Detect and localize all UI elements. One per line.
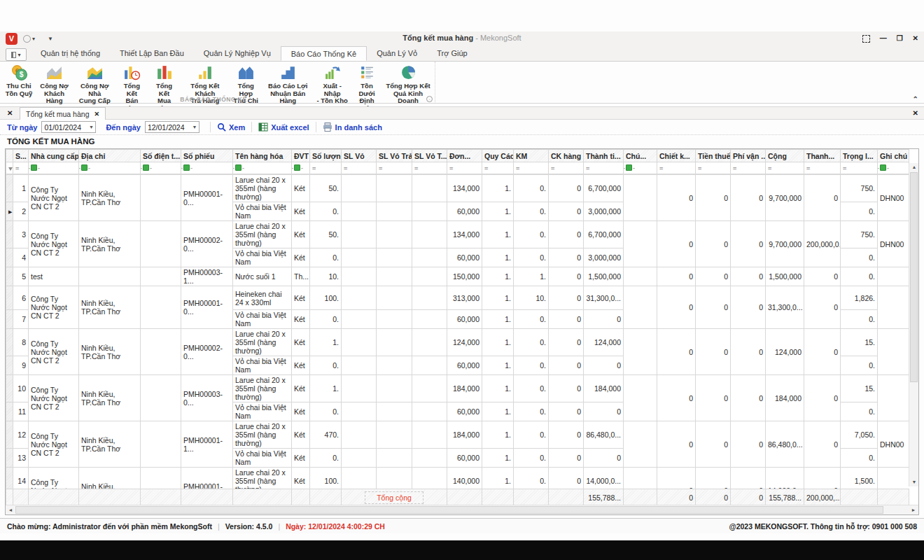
cell-product-name[interactable]: Larue chai 20 x 355ml (hàng thường): [233, 329, 292, 356]
cell-km[interactable]: 0.: [514, 468, 549, 489]
cell-sl-vo[interactable]: [342, 356, 377, 375]
cell-product-name[interactable]: Larue chai 20 x 355ml (hàng thường): [233, 468, 292, 489]
cell-quantity[interactable]: 0.: [310, 449, 342, 468]
cell-unit-price[interactable]: 60,000: [447, 310, 482, 329]
cell-remark[interactable]: DHN00: [878, 221, 909, 267]
column-header-cong[interactable]: Cộng: [766, 150, 804, 162]
ribbon-button-tổng-kết-mua-hàng[interactable]: Tổng Kết Mua Hàng: [148, 63, 180, 113]
cell-sl-vo[interactable]: [342, 329, 377, 356]
cell-remark[interactable]: [878, 267, 909, 286]
cell-address[interactable]: Ninh Kiều, TP.Cần Thơ: [79, 421, 141, 468]
cell-quantity[interactable]: 0.: [310, 202, 342, 221]
cell-sl-vo-tra[interactable]: [377, 375, 412, 402]
row-indicator[interactable]: [6, 310, 13, 329]
cell-sl-vo-tra[interactable]: [377, 468, 412, 489]
tab-close-icon[interactable]: ✕: [94, 111, 99, 118]
cell-quantity[interactable]: 470.: [310, 421, 342, 449]
cell-receipt-no[interactable]: PMH00003-1...: [181, 267, 233, 286]
row-indicator[interactable]: [6, 356, 13, 375]
cell-weight[interactable]: 0.: [841, 310, 878, 329]
cell-note[interactable]: [624, 286, 657, 329]
filter-cell-stt[interactable]: =: [13, 162, 29, 174]
cell-total[interactable]: 124,000: [766, 329, 804, 375]
cell-unit[interactable]: Két: [292, 221, 310, 248]
cell-shipping-fee[interactable]: 0: [731, 267, 766, 286]
cell-unit-price[interactable]: 60,000: [447, 356, 482, 375]
column-header-ncc[interactable]: Nhà cung cấp: [29, 150, 79, 162]
close-button[interactable]: ✕: [913, 34, 918, 43]
cell-discount[interactable]: 0: [549, 248, 584, 267]
cell-product-name[interactable]: Nước suối 1: [233, 267, 292, 286]
cell-amount[interactable]: 6,700,000: [584, 175, 624, 202]
cell-note[interactable]: [624, 421, 657, 468]
ribbon-tab-quản-lý-nghiệp-vụ[interactable]: Quản Lý Nghiệp Vụ: [194, 46, 281, 61]
row-indicator[interactable]: [6, 468, 13, 489]
cell-spec[interactable]: 1.: [482, 248, 514, 267]
app-menu-button[interactable]: ▾: [6, 48, 27, 61]
cell-stt[interactable]: 2: [13, 202, 29, 221]
cell-sl-vo[interactable]: [342, 375, 377, 402]
cell-sl-vo-tra[interactable]: [377, 221, 412, 248]
filter-cell-slvot[interactable]: =: [412, 162, 447, 174]
column-header-slvot[interactable]: SL Vỏ T...: [412, 150, 447, 162]
cell-shipping-fee[interactable]: 0: [731, 329, 766, 375]
cell-discount[interactable]: 0: [549, 375, 584, 402]
cell-unit-price[interactable]: 124,000: [447, 329, 482, 356]
cell-stt[interactable]: 10: [13, 375, 29, 402]
cell-discount[interactable]: 0: [549, 421, 584, 449]
column-header-ghichu[interactable]: Ghi chú: [878, 150, 909, 162]
cell-remark[interactable]: [878, 329, 909, 375]
cell-quantity[interactable]: 100.: [310, 286, 342, 310]
cell-spec[interactable]: 1.: [482, 449, 514, 468]
cell-spec[interactable]: 1.: [482, 468, 514, 489]
filter-cell-don[interactable]: =: [447, 162, 482, 174]
cell-receipt-no[interactable]: PMH00002-0...: [181, 221, 233, 267]
cell-km[interactable]: 0.: [514, 421, 549, 449]
ribbon-tab-quản-lý-vỏ[interactable]: Quản Lý Vỏ: [367, 46, 427, 61]
ribbon-button-tổng-kết-bán-hàng[interactable]: Tổng Kết Bán Hàng: [115, 63, 148, 113]
column-header-trong[interactable]: Trọng l...: [841, 150, 878, 162]
cell-weight[interactable]: 0.: [841, 202, 878, 221]
cell-sl-vo-tra[interactable]: [377, 421, 412, 449]
cell-amount[interactable]: 14,000,0...: [584, 468, 624, 489]
cell-weight[interactable]: 0.: [841, 267, 878, 286]
cell-chiet-khau[interactable]: 0: [657, 375, 696, 421]
column-header-don[interactable]: Đơn...: [447, 150, 482, 162]
cell-weight[interactable]: 15.: [841, 375, 878, 402]
cell-total[interactable]: 1,500,000: [766, 267, 804, 286]
cell-address[interactable]: Ninh Kiều, TP.Cần Thơ: [79, 329, 141, 375]
cell-note[interactable]: [624, 267, 657, 286]
cell-supplier[interactable]: Công Ty Nước Ngọt CN CT 2: [29, 221, 79, 267]
cell-unit[interactable]: Két: [292, 356, 310, 375]
cell-chiet-khau[interactable]: 0: [657, 468, 696, 489]
close-tabs-icon[interactable]: ✕: [7, 109, 13, 117]
cell-discount[interactable]: 0: [549, 221, 584, 248]
cell-km[interactable]: 0.: [514, 248, 549, 267]
cell-shipping-fee[interactable]: 0: [731, 286, 766, 329]
cell-shipping-fee[interactable]: 0: [731, 221, 766, 267]
cell-sl-vo-t[interactable]: [412, 356, 447, 375]
cell-spec[interactable]: 1.: [482, 202, 514, 221]
cell-unit-price[interactable]: 134,000: [447, 221, 482, 248]
cell-unit-price[interactable]: 184,000: [447, 421, 482, 449]
filter-cell-trong[interactable]: =: [841, 162, 878, 174]
cell-receipt-no[interactable]: PMH00001-0...: [181, 468, 233, 489]
cell-stt[interactable]: 12: [13, 421, 29, 449]
filter-cell-cong[interactable]: =: [766, 162, 804, 174]
cell-stt[interactable]: 13: [13, 449, 29, 468]
cell-chiet-khau[interactable]: 0: [657, 175, 696, 221]
cell-sl-vo-t[interactable]: [412, 267, 447, 286]
cell-amount[interactable]: 6,700,000: [584, 221, 624, 248]
group-dialog-launcher-icon[interactable]: ◦: [426, 96, 433, 102]
filter-cell-dvt[interactable]: [292, 162, 310, 174]
cell-spec[interactable]: 1.: [482, 375, 514, 402]
cell-unit[interactable]: Két: [292, 449, 310, 468]
cell-paid[interactable]: 0: [804, 468, 841, 489]
cell-km[interactable]: 0.: [514, 375, 549, 402]
cell-quantity[interactable]: 0.: [310, 402, 342, 421]
cell-unit[interactable]: Két: [292, 468, 310, 489]
cell-stt[interactable]: 6: [13, 286, 29, 310]
cell-unit-price[interactable]: 60,000: [447, 402, 482, 421]
cell-quantity[interactable]: 0.: [310, 248, 342, 267]
cell-quantity[interactable]: 0.: [310, 356, 342, 375]
